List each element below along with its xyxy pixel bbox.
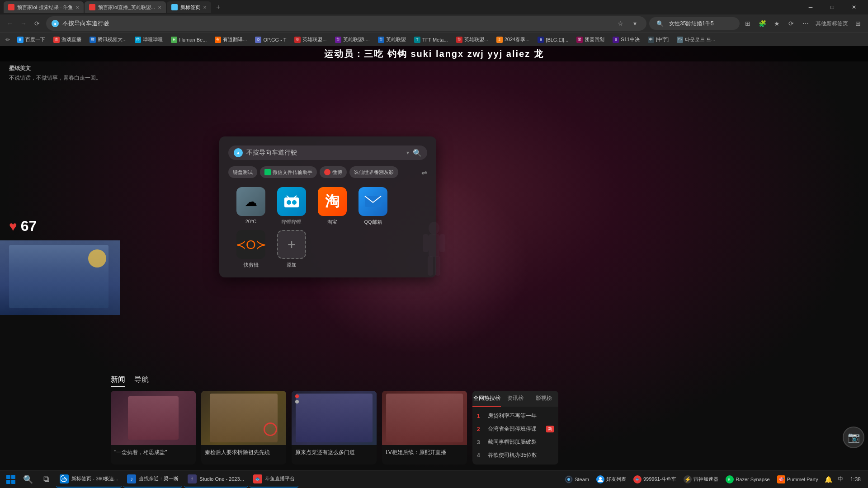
hs-item-1[interactable]: 1 房贷利率不再等一年: [472, 409, 558, 422]
hs-tab-news[interactable]: 资讯榜: [501, 391, 529, 407]
news-tabs: 新闻 导航: [111, 375, 863, 391]
svg-point-8: [429, 222, 439, 235]
tab-nav[interactable]: 导航: [134, 375, 149, 387]
apps-grid-icon[interactable]: ⊞: [852, 17, 864, 30]
more-tabs-label[interactable]: 其他新标签页: [814, 18, 850, 29]
minimize-button[interactable]: ─: [800, 0, 821, 14]
bookmark-blg[interactable]: B [BLG.El|...: [534, 34, 572, 45]
close-button[interactable]: ✕: [844, 0, 864, 14]
bookmark-youdao[interactable]: 有 有道翻译...: [211, 34, 250, 45]
bookmarks-edit-icon[interactable]: ✏: [3, 35, 13, 45]
svg-point-16: [599, 477, 602, 480]
address-bar[interactable]: ● 不按导向车道行驶 ☆ ▾: [46, 16, 646, 31]
bookmark-human[interactable]: H Human Be...: [167, 34, 210, 45]
bookmark-s11[interactable]: S S11中决: [609, 34, 643, 45]
search-bar-container[interactable]: ● 不按导向车道行驶 ▾ 🔍: [228, 145, 427, 160]
heart-count: 67: [21, 218, 37, 235]
news-card-4[interactable]: LV柜姐后续：原配开直播: [382, 391, 467, 465]
tab-3-close[interactable]: ✕: [203, 5, 207, 10]
bookmark-lol4[interactable]: 英 英雄联盟...: [453, 34, 492, 45]
search-submit-icon[interactable]: 🔍: [413, 149, 422, 157]
bookmark-lol2[interactable]: 英 英雄联盟L...: [331, 34, 373, 45]
settings-icon[interactable]: ⋯: [799, 17, 812, 30]
bookmark-tuanyuan[interactable]: 团 团圆回划: [573, 34, 608, 45]
studio-icon: 🎚: [188, 474, 197, 483]
hs-tab-video[interactable]: 影视榜: [530, 391, 558, 407]
tray-friends[interactable]: 好友列表: [594, 471, 629, 488]
bookmark-lol3[interactable]: 英 英雄联盟: [374, 34, 410, 45]
app-bilibili[interactable]: 哔哩哔哩: [274, 187, 310, 225]
camera-widget[interactable]: 📷: [843, 427, 864, 448]
star-icon[interactable]: ☆: [614, 17, 627, 30]
refresh-button[interactable]: ⟳: [31, 17, 43, 30]
back-button[interactable]: ←: [4, 17, 16, 30]
bookmark-tencent[interactable]: 腾 腾讯视频大...: [86, 34, 130, 45]
app-grid: ☁ 20°C 哔哩哔哩: [228, 187, 427, 268]
tab-2-close[interactable]: ✕: [158, 5, 161, 10]
tray-douyu2[interactable]: 🐟 999961-斗鱼车: [631, 471, 679, 488]
tray-razer[interactable]: R Razer Synapse: [723, 471, 772, 488]
taskbar-app-music[interactable]: ♪ 当找亲近：梁一断: [123, 471, 182, 488]
quick-tag-game[interactable]: 诛仙世界番溯灰影: [349, 166, 398, 178]
tag-settings-icon[interactable]: ⇌: [421, 168, 427, 177]
quick-tag-weibo[interactable]: 微博: [320, 166, 347, 178]
favorites-icon[interactable]: ★: [770, 17, 783, 30]
bookmark-2024[interactable]: 2 2024春季...: [493, 34, 533, 45]
forward-button[interactable]: →: [17, 17, 30, 30]
start-button[interactable]: [4, 472, 18, 487]
hs-text-4: 谷歌使司机办35位数: [488, 451, 554, 459]
new-tab-button[interactable]: +: [212, 1, 225, 14]
search-box[interactable]: 🔍 女性35龄结婚1千5: [649, 17, 740, 30]
youdao-favicon: 有: [215, 37, 221, 43]
hs-item-3[interactable]: 3 戴同事帽部肛肠破裂: [472, 436, 558, 449]
bookmark-download[interactable]: 다 다운로드 드...: [673, 34, 719, 45]
grid-icon[interactable]: ⊞: [741, 17, 754, 30]
app-qqmail[interactable]: QQ邮箱: [355, 187, 391, 225]
bookmark-opgg[interactable]: O OP.GG - T: [251, 34, 290, 45]
tray-pummel[interactable]: 🎯 Pummel Party: [774, 471, 821, 488]
app-weather[interactable]: ☁ 20°C: [233, 187, 269, 225]
search-input[interactable]: 不按导向车道行驶: [246, 149, 403, 157]
notification-icon[interactable]: 🔔: [823, 474, 834, 485]
tab-1[interactable]: 预言家lol-搜索结果 - 斗鱼 ✕: [4, 1, 84, 13]
task-view-button[interactable]: ⧉: [38, 471, 54, 488]
bookmark-baiduyixia[interactable]: B 百度一下: [14, 34, 49, 45]
hs-item-4[interactable]: 4 谷歌使司机办35位数: [472, 449, 558, 462]
bookmark-lol1[interactable]: 英 英雄联盟...: [291, 34, 330, 45]
hs-item-2[interactable]: 2 台湾省全部停班停课 新: [472, 422, 558, 436]
tab-2[interactable]: 预言家lol直播_英雄联盟... ✕: [85, 1, 165, 13]
search-dropdown-icon[interactable]: ▾: [406, 150, 409, 156]
news-card-1[interactable]: "一念执着，相思成盐": [111, 391, 196, 465]
news-card-3[interactable]: 原来点菜还有这么多门道: [292, 391, 377, 465]
tab-3[interactable]: 新标签页 ✕: [167, 1, 211, 13]
tab-1-close[interactable]: ✕: [75, 5, 79, 10]
quick-tag-wechat[interactable]: 微信文件传输助手: [260, 166, 317, 178]
hs-tab-all[interactable]: 全网热搜榜: [472, 391, 501, 407]
bookmark-tft[interactable]: T TFT Meta...: [410, 34, 452, 45]
weather-icon: ☁: [236, 187, 265, 216]
bookmark-bilibili[interactable]: 哔 哔哩哔哩: [131, 34, 166, 45]
clock[interactable]: 1:38: [847, 475, 864, 483]
webcam-inner: [0, 240, 120, 315]
search-taskbar-button[interactable]: 🔍: [20, 471, 36, 488]
bookmark-gaming[interactable]: 直 游戏直播: [50, 34, 85, 45]
taskbar-app-studio[interactable]: 🎚 Studio One - 2023...: [184, 471, 247, 488]
dropdown-icon[interactable]: ▾: [628, 17, 641, 30]
taskbar-app-edge[interactable]: 新标签页 - 360极速...: [56, 471, 122, 488]
app-taobao[interactable]: 淘 淘宝: [314, 187, 350, 225]
taskbar-app-douyu[interactable]: 🐟 斗鱼直播平台: [250, 471, 298, 488]
user-profile-icon[interactable]: ⟳: [785, 17, 797, 30]
bookmark-lol2-label: 英雄联盟L...: [343, 36, 370, 43]
news-section: 新闻 导航 "一念执着，相思成盐": [106, 375, 868, 470]
news-card-2[interactable]: 秦桧后人要求拆除祖先先跪: [201, 391, 286, 465]
tab-news[interactable]: 新闻: [111, 375, 125, 387]
app-kuaishou[interactable]: ≺O≻ 快剪辑: [233, 230, 269, 268]
tray-steam[interactable]: Steam: [562, 471, 592, 488]
bookmark-zhongzi[interactable]: 中 [中字]: [644, 34, 672, 45]
language-icon[interactable]: 中: [836, 474, 845, 485]
app-add[interactable]: + 添加: [274, 230, 310, 268]
tray-thunder[interactable]: ⚡ 雷神加速器: [681, 471, 721, 488]
extensions-icon[interactable]: 🧩: [756, 17, 769, 30]
quick-tag-keyboard[interactable]: 键盘测试: [228, 166, 257, 178]
maximize-button[interactable]: □: [822, 0, 843, 14]
